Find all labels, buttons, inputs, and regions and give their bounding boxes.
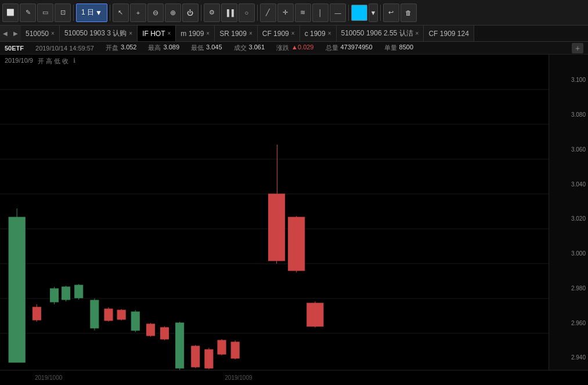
tab-nav-next[interactable]: ▶ xyxy=(10,26,21,42)
tool-plus[interactable]: + xyxy=(130,3,146,22)
tab-close[interactable]: × xyxy=(129,31,132,37)
svg-rect-34 xyxy=(192,346,200,367)
tool-window[interactable]: ▭ xyxy=(37,3,53,22)
tab-m1909[interactable]: m 1909 × xyxy=(176,26,215,42)
tab-label: c 1909 xyxy=(305,30,326,38)
tab-close[interactable]: × xyxy=(328,31,331,37)
chart-container: 2019/10/9 开 高 低 收 ℹ xyxy=(0,55,588,370)
tab-sr1909[interactable]: SR 1909 × xyxy=(215,26,258,42)
tool-capture[interactable]: ⊡ xyxy=(55,3,71,22)
date-label-1: 2019/1000 xyxy=(35,375,62,381)
svg-rect-45 xyxy=(288,217,305,271)
low-item: 最低 3.045 xyxy=(191,44,222,52)
tool-power[interactable]: ⏻ xyxy=(182,3,199,22)
low-value: 3.045 xyxy=(206,44,222,52)
period-arrow: ▼ xyxy=(95,9,102,17)
tab-nav-prev[interactable]: ◀ xyxy=(0,26,10,42)
chart-main[interactable]: 2019/10/9 开 高 低 收 ℹ xyxy=(0,55,549,370)
open-label: 开盘 xyxy=(106,44,118,52)
y-label-3000: 3.000 xyxy=(571,250,586,257)
chart-ohlc-labels: 开 高 低 收 xyxy=(38,57,68,66)
tab-close[interactable]: × xyxy=(291,31,295,37)
tab-close[interactable]: × xyxy=(167,31,171,37)
volume-value: 3.061 xyxy=(249,44,265,52)
unit-item: 单量 8500 xyxy=(384,44,413,52)
svg-rect-18 xyxy=(75,285,83,298)
separator-1 xyxy=(73,5,74,21)
chart-info-icon: ℹ xyxy=(73,57,75,66)
y-label-3060: 3.060 xyxy=(571,146,586,152)
change-label: 涨跌 xyxy=(276,44,289,52)
tool-vline[interactable]: │ xyxy=(312,3,329,22)
tab-label: CF 1909 124 xyxy=(428,30,468,38)
change-item: 涨跌 ▲0.029 xyxy=(276,44,313,52)
add-symbol-button[interactable]: + xyxy=(572,43,583,53)
tab-cf1909-124[interactable]: CF 1909 124 xyxy=(424,26,474,42)
tool-cross[interactable]: ✛ xyxy=(277,3,294,22)
y-label-3020: 3.020 xyxy=(571,215,586,222)
unit-value: 8500 xyxy=(399,44,413,52)
tool-lines[interactable]: ≋ xyxy=(295,3,311,22)
candlestick-chart xyxy=(0,55,549,370)
y-axis: 3.100 3.080 3.060 3.040 3.020 3.000 2.98… xyxy=(549,55,588,370)
tool-line[interactable]: ╱ xyxy=(260,3,276,22)
tool-circle[interactable]: ○ xyxy=(239,3,255,22)
svg-rect-9 xyxy=(9,217,25,362)
date-label-2: 2019/1009 xyxy=(225,375,252,381)
tab-label: IF HOT xyxy=(142,30,165,38)
tab-close[interactable]: × xyxy=(416,31,419,37)
unit-label: 单量 xyxy=(384,44,397,52)
separator-4 xyxy=(257,5,258,21)
tool-zoom-in[interactable]: ⊕ xyxy=(165,3,181,22)
tool-cursor[interactable]: ↖ xyxy=(113,3,129,22)
color-expand[interactable]: ▼ xyxy=(369,3,378,22)
svg-rect-20 xyxy=(91,300,99,328)
svg-rect-30 xyxy=(160,328,168,339)
tool-zoom-out[interactable]: ⊖ xyxy=(147,3,164,22)
period-selector[interactable]: 1 日 ▼ xyxy=(76,3,107,22)
y-label-3080: 3.080 xyxy=(571,111,586,118)
tab-close[interactable]: × xyxy=(249,31,252,37)
tab-if-hot[interactable]: IF HOT × xyxy=(138,26,176,42)
tool-bar-chart[interactable]: ▐▐ xyxy=(221,3,237,22)
tool-pencil[interactable]: ✎ xyxy=(20,3,36,22)
tool-hline[interactable]: — xyxy=(330,3,346,22)
y-label-2940: 2.940 xyxy=(571,354,586,361)
total-value: 473974950 xyxy=(341,44,373,52)
tab-c1909[interactable]: c 1909 × xyxy=(300,26,337,42)
tab-cf1909[interactable]: CF 1909 × xyxy=(258,26,300,42)
y-label-3040: 3.040 xyxy=(571,181,586,187)
period-label: 1 日 xyxy=(81,8,94,17)
separator-5 xyxy=(348,5,349,21)
tab-label: m 1909 xyxy=(181,30,204,38)
svg-rect-24 xyxy=(117,310,125,319)
tab-close[interactable]: × xyxy=(206,31,210,37)
svg-rect-14 xyxy=(50,289,58,302)
svg-rect-42 xyxy=(268,194,284,261)
symbol: 50ETF xyxy=(5,45,24,52)
status-bar: 50ETF 2019/10/14 14:59:57 开盘 3.052 最高 3.… xyxy=(0,42,588,55)
svg-rect-26 xyxy=(131,312,139,330)
tab-510050[interactable]: 510050 × xyxy=(21,26,60,42)
tab-510050-1903[interactable]: 510050 1903 3 认购 × xyxy=(60,26,138,42)
high-value: 3.089 xyxy=(163,44,179,52)
separator-2 xyxy=(110,5,110,21)
color-picker[interactable] xyxy=(351,5,367,21)
tab-510050-1906[interactable]: 510050 1906 2.55 认洁 × xyxy=(337,26,424,42)
tool-settings[interactable]: ⚙ xyxy=(204,3,220,22)
tool-delete[interactable]: 🗑 xyxy=(401,3,417,22)
open-value: 3.052 xyxy=(121,44,137,52)
svg-rect-36 xyxy=(205,350,213,368)
chart-date: 2019/10/9 xyxy=(5,57,33,66)
svg-rect-40 xyxy=(231,342,239,358)
y-label-2980: 2.980 xyxy=(571,285,586,291)
tool-undo[interactable]: ↩ xyxy=(383,3,399,22)
tab-close[interactable]: × xyxy=(51,31,55,37)
chart-date-bar: 2019/1000 2019/1009 xyxy=(0,370,588,385)
tab-label: SR 1909 xyxy=(219,30,247,38)
svg-rect-12 xyxy=(33,307,41,320)
tool-rect[interactable]: ⬜ xyxy=(2,3,19,22)
tab-label: 510050 1903 3 认购 xyxy=(64,28,127,38)
low-label: 最低 xyxy=(191,44,204,52)
tabs-bar: ◀ ▶ 510050 × 510050 1903 3 认购 × IF HOT ×… xyxy=(0,26,588,42)
